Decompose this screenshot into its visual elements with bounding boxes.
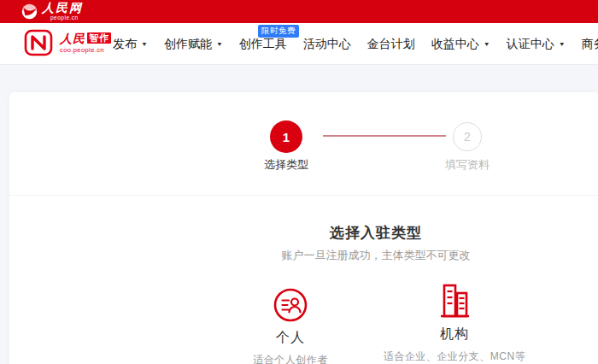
nav-item-label: 金台计划: [367, 37, 415, 52]
chevron-down-icon: ▼: [141, 41, 148, 48]
nav-item-publish[interactable]: 发布 ▼: [111, 33, 150, 56]
brand-name-blocks: 智作: [87, 32, 111, 44]
onboarding-card: 1 2 选择类型 填写资料 选择入驻类型 账户一旦注册成功，主体类型不可更改: [9, 92, 598, 364]
option-personal-label: 个人: [276, 329, 305, 347]
step-2-label: 填写资料: [429, 157, 506, 173]
nav-item-certification-center[interactable]: 认证中心 ▼: [505, 33, 567, 56]
step-1-indicator: 1: [270, 120, 302, 153]
nav-item-label: 收益中心: [431, 37, 479, 52]
step-2-indicator: 2: [453, 122, 482, 151]
nav-item-label: 认证中心: [507, 37, 554, 52]
limited-free-badge: 限时免费: [258, 25, 299, 38]
step-connector-line: [323, 135, 446, 137]
zhizuo-n-icon: [24, 29, 55, 56]
step-number: 1: [283, 130, 290, 144]
nav-item-label: 发布: [113, 37, 137, 52]
people-cn-logo[interactable]: 人民网 people.cn: [21, 2, 83, 21]
top-brand-bar: 人民网 people.cn: [0, 0, 598, 23]
option-organization-label: 机构: [440, 326, 469, 343]
nav-item-revenue-center[interactable]: 收益中心 ▼: [430, 33, 492, 56]
chevron-down-icon: ▼: [484, 41, 490, 48]
nav-item-label: 商务合作: [582, 37, 598, 52]
page-subtitle: 账户一旦注册成功，主体类型不可更改: [188, 248, 564, 263]
nav-item-jintai-plan[interactable]: 金台计划: [366, 33, 417, 56]
building-icon: [437, 282, 472, 321]
zhizuo-logo[interactable]: 人民 智作 coo.people.cn: [24, 29, 111, 56]
option-organization[interactable]: 机构 适合企业、企业分支、MCN等: [361, 283, 548, 364]
page-title: 选择入驻类型: [205, 223, 547, 243]
topbar-logo-subtext: people.cn: [50, 15, 83, 21]
chevron-down-icon: ▼: [216, 41, 223, 48]
nav-item-activity-center[interactable]: 活动中心: [302, 33, 353, 56]
nav-item-creation-empower[interactable]: 创作赋能 ▼: [162, 33, 225, 56]
brand-name-script: 人民: [60, 32, 85, 44]
option-personal-description: 适合个人创作者: [253, 353, 328, 364]
option-organization-description: 适合企业、企业分支、MCN等: [384, 349, 525, 364]
nav-item-label: 创作工具: [239, 37, 287, 52]
option-personal[interactable]: 个人 适合个人创作者: [196, 286, 384, 364]
brand-domain: coo.people.cn: [60, 47, 111, 54]
step-1-label: 选择类型: [248, 157, 325, 173]
nav-item-business-cooperation[interactable]: 商务合作: [580, 33, 598, 56]
section-divider: [9, 195, 598, 196]
nav-menu: 发布 ▼ 创作赋能 ▼ 创作工具 活动中心 金台计划 收益中心 ▼ 认证中心 ▼…: [111, 23, 598, 65]
topbar-logo-text: 人民网: [42, 2, 83, 14]
main-navbar: 人民 智作 coo.people.cn 发布 ▼ 创作赋能 ▼ 创作工具 活动中…: [0, 23, 598, 65]
nav-item-label: 活动中心: [303, 37, 351, 52]
person-icon: [273, 287, 308, 323]
nav-item-label: 创作赋能: [164, 37, 212, 52]
globe-icon: [21, 3, 38, 21]
page-background: 1 2 选择类型 填写资料 选择入驻类型 账户一旦注册成功，主体类型不可更改: [0, 65, 598, 364]
chevron-down-icon: ▼: [559, 41, 566, 48]
step-number: 2: [464, 130, 471, 144]
